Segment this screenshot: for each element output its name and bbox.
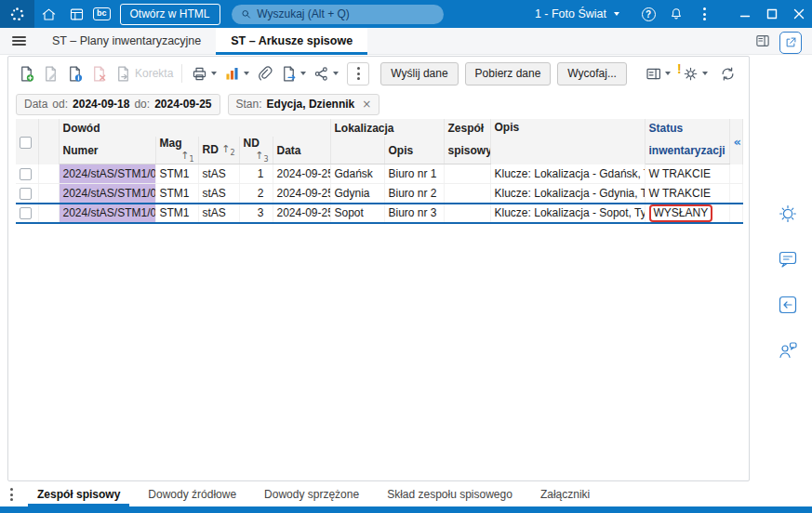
menu-button[interactable] bbox=[0, 28, 37, 54]
bottom-tab-label: Zespół spisowy bbox=[37, 488, 120, 501]
tab-plany-inwentaryzacyjne[interactable]: ST – Plany inwentaryzacyjne bbox=[37, 28, 216, 54]
chevron-down-icon bbox=[333, 72, 339, 75]
add-document-button[interactable] bbox=[15, 61, 38, 86]
cell-status: WYSŁANY bbox=[645, 204, 729, 223]
export-document-button[interactable] bbox=[277, 61, 309, 86]
modules-button[interactable] bbox=[62, 0, 90, 28]
col-data[interactable]: Data bbox=[273, 137, 330, 164]
settings-button[interactable]: ! bbox=[679, 61, 711, 86]
cell-data: 2024-09-25 bbox=[273, 204, 330, 223]
kebab-icon bbox=[703, 7, 706, 20]
collapse-columns-icon[interactable]: « bbox=[734, 135, 741, 149]
bottom-tab-zespol-spisowy[interactable]: Zespół spisowy bbox=[23, 482, 134, 506]
close-icon bbox=[793, 8, 805, 20]
feedback-button[interactable] bbox=[776, 293, 800, 317]
company-selector[interactable]: 1 - Foto Świat bbox=[535, 7, 619, 20]
share-button[interactable] bbox=[310, 61, 341, 86]
expand-panel-button[interactable] bbox=[779, 32, 802, 54]
bottom-tab-dowody-zrodlowe[interactable]: Dowody źródłowe bbox=[134, 482, 250, 506]
cell-zespol-spisowy bbox=[444, 184, 490, 204]
row-checkbox[interactable] bbox=[20, 168, 32, 180]
col-mag[interactable]: Mag ↑1 bbox=[155, 137, 198, 164]
col-group-dowod[interactable]: Dowód bbox=[59, 119, 330, 137]
col-lokalizacja-sub bbox=[330, 137, 384, 164]
cell-opis: Klucze: Lokalizacja - Sopot, Typ bbox=[490, 204, 645, 223]
community-button[interactable] bbox=[776, 338, 800, 362]
bottom-tab-label: Dowody sprzężone bbox=[264, 488, 359, 501]
download-data-button[interactable]: Pobierz dane bbox=[465, 62, 552, 86]
col-group-lokalizacja[interactable]: Lokalizacja bbox=[330, 119, 444, 137]
send-data-button[interactable]: Wyślij dane bbox=[380, 62, 458, 86]
open-in-html-button[interactable]: Otwórz w HTML bbox=[120, 4, 220, 25]
notifications-button[interactable] bbox=[662, 0, 690, 28]
bottom-tab-dowody-sprzezone[interactable]: Dowody sprzężone bbox=[250, 482, 373, 506]
more-actions-button[interactable] bbox=[347, 62, 369, 86]
col-zespol-spisowy[interactable]: Zespół bbox=[444, 119, 490, 137]
toolbar-right: ! bbox=[642, 61, 742, 86]
titlebar-more-button[interactable] bbox=[690, 0, 718, 28]
bc-badge[interactable]: bc bbox=[93, 7, 111, 20]
sort-asc-indicator: ↑3 bbox=[255, 150, 268, 164]
col-nd[interactable]: ND ↑3 bbox=[239, 137, 273, 164]
col-numer[interactable]: Numer bbox=[59, 137, 155, 164]
help-button[interactable]: ? bbox=[634, 0, 662, 28]
sort-asc-indicator: ↑1 bbox=[180, 150, 193, 164]
col-zespol-spisowy-line2[interactable]: spisowy bbox=[444, 137, 490, 164]
minimize-button[interactable] bbox=[731, 0, 758, 28]
company-name: 1 - Foto Świat bbox=[535, 7, 606, 20]
row-checkbox[interactable] bbox=[20, 188, 32, 200]
attachments-button[interactable] bbox=[253, 61, 276, 86]
close-button[interactable] bbox=[785, 0, 812, 28]
comments-button[interactable] bbox=[776, 247, 800, 271]
assistant-icon bbox=[777, 203, 799, 225]
date-to-value: 2024-09-25 bbox=[154, 98, 211, 111]
refresh-icon bbox=[719, 65, 737, 83]
undo-button[interactable]: Wycofaj... bbox=[557, 62, 627, 86]
col-status[interactable]: Status bbox=[645, 119, 729, 137]
edit-document-icon bbox=[42, 65, 60, 83]
search-icon bbox=[240, 7, 252, 20]
warning-icon: ! bbox=[677, 62, 682, 75]
search-input[interactable] bbox=[257, 7, 434, 20]
col-rd[interactable]: RD ↑2 bbox=[198, 137, 239, 164]
table-row-selected[interactable]: 2024/stAS/STM1/0 STM1 stAS 3 2024-09-25 … bbox=[16, 204, 742, 223]
date-filter-chip[interactable]: Data od: 2024-09-18 do: 2024-09-25 bbox=[16, 94, 220, 115]
tab-arkusze-spisowe[interactable]: ST – Arkusze spisowe bbox=[216, 28, 367, 54]
edit-document-button[interactable] bbox=[39, 61, 62, 86]
table-row[interactable]: 2024/stAS/STM1/0 STM1 stAS 2 2024-09-25 … bbox=[16, 184, 742, 204]
row-checkbox[interactable] bbox=[20, 207, 32, 219]
bottom-tab-sklad-zespolu[interactable]: Skład zespołu spisowego bbox=[373, 482, 526, 506]
col-lokalizacja-opis[interactable]: Opis bbox=[384, 137, 444, 164]
analyses-button[interactable] bbox=[220, 61, 252, 86]
app-logo[interactable] bbox=[0, 0, 34, 28]
global-search[interactable] bbox=[232, 5, 444, 24]
maximize-button[interactable] bbox=[758, 0, 785, 28]
share-nodes-icon bbox=[313, 65, 330, 83]
preview-document-icon bbox=[66, 65, 84, 83]
properties-panel-button[interactable] bbox=[754, 33, 771, 53]
col-status-line2[interactable]: inwentaryzacji bbox=[645, 137, 729, 164]
question-icon: ? bbox=[642, 7, 656, 21]
select-all-checkbox[interactable] bbox=[20, 137, 32, 149]
bottom-tab-zalaczniki[interactable]: Załączniki bbox=[526, 482, 604, 506]
assistant-button[interactable] bbox=[776, 202, 800, 226]
table-row[interactable]: 2024/stAS/STM1/0 STM1 stAS 1 2024-09-25 … bbox=[16, 164, 742, 184]
col-mag-label: Mag bbox=[160, 137, 182, 150]
cell-opis: Klucze: Lokalizacja - Gdynia, Typ bbox=[490, 184, 645, 204]
delete-document-button[interactable] bbox=[87, 61, 111, 86]
col-opis[interactable]: Opis bbox=[490, 119, 645, 164]
layout-panel-button[interactable] bbox=[642, 61, 673, 86]
bottom-tabs-more-button[interactable] bbox=[0, 482, 23, 506]
korekta-button[interactable]: Korekta bbox=[112, 61, 176, 86]
export-document-icon bbox=[280, 65, 298, 83]
home-button[interactable] bbox=[34, 0, 62, 28]
cell-lokalizacja: Gdańsk bbox=[330, 164, 384, 184]
state-filter-chip[interactable]: Stan: Edycja, Dziennik × bbox=[228, 94, 380, 115]
refresh-button[interactable] bbox=[716, 61, 739, 86]
remove-filter-icon[interactable]: × bbox=[362, 98, 371, 111]
print-button[interactable] bbox=[188, 61, 220, 86]
cell-opis: Klucze: Lokalizacja - Gdańsk, Typ bbox=[490, 164, 645, 184]
state-filter-value: Edycja, Dziennik bbox=[267, 98, 355, 111]
preview-document-button[interactable] bbox=[63, 61, 87, 86]
properties-panel-icon bbox=[754, 33, 771, 49]
